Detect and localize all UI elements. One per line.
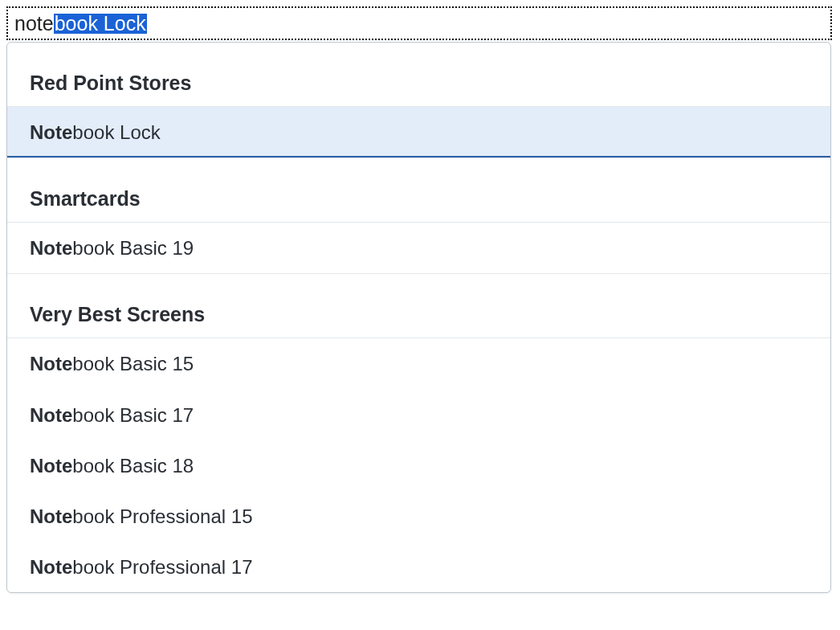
items-container: Notebook Lock bbox=[7, 106, 830, 158]
group-header: Smartcards bbox=[7, 176, 830, 222]
input-typed: note bbox=[14, 14, 54, 34]
suggestion-item[interactable]: Notebook Lock bbox=[7, 107, 830, 158]
match-rest: book Basic 19 bbox=[72, 237, 194, 259]
input-selection: book Lock bbox=[54, 14, 147, 34]
autocomplete-input[interactable]: notebook Lock bbox=[6, 6, 832, 40]
input-text: notebook Lock bbox=[14, 14, 147, 34]
suggestion-item[interactable]: Notebook Professional 17 bbox=[7, 542, 830, 592]
suggestion-item[interactable]: Notebook Basic 17 bbox=[7, 390, 830, 440]
match-rest: book Lock bbox=[72, 121, 160, 143]
suggestion-group: SmartcardsNotebook Basic 19 bbox=[7, 158, 830, 274]
match-bold: Note bbox=[30, 121, 72, 143]
suggestion-item[interactable]: Notebook Basic 15 bbox=[7, 338, 830, 389]
match-rest: book Professional 17 bbox=[72, 556, 252, 578]
group-header: Red Point Stores bbox=[7, 60, 830, 106]
match-rest: book Professional 15 bbox=[72, 505, 252, 527]
group-header: Very Best Screens bbox=[7, 292, 830, 338]
match-bold: Note bbox=[30, 505, 72, 527]
match-rest: book Basic 18 bbox=[72, 455, 194, 477]
match-bold: Note bbox=[30, 455, 72, 477]
match-bold: Note bbox=[30, 556, 72, 578]
match-bold: Note bbox=[30, 237, 72, 259]
match-rest: book Basic 17 bbox=[72, 404, 194, 426]
suggestion-item[interactable]: Notebook Basic 19 bbox=[7, 223, 830, 273]
items-container: Notebook Basic 15Notebook Basic 17Notebo… bbox=[7, 338, 830, 592]
suggestion-group: Very Best ScreensNotebook Basic 15Notebo… bbox=[7, 274, 830, 592]
suggestion-item[interactable]: Notebook Basic 18 bbox=[7, 440, 830, 491]
match-bold: Note bbox=[30, 404, 72, 426]
match-bold: Note bbox=[30, 353, 72, 374]
suggestion-dropdown: Red Point StoresNotebook LockSmartcardsN… bbox=[6, 42, 831, 593]
items-container: Notebook Basic 19 bbox=[7, 222, 830, 273]
match-rest: book Basic 15 bbox=[72, 353, 194, 374]
suggestion-item[interactable]: Notebook Professional 15 bbox=[7, 491, 830, 542]
suggestion-group: Red Point StoresNotebook Lock bbox=[7, 60, 830, 158]
